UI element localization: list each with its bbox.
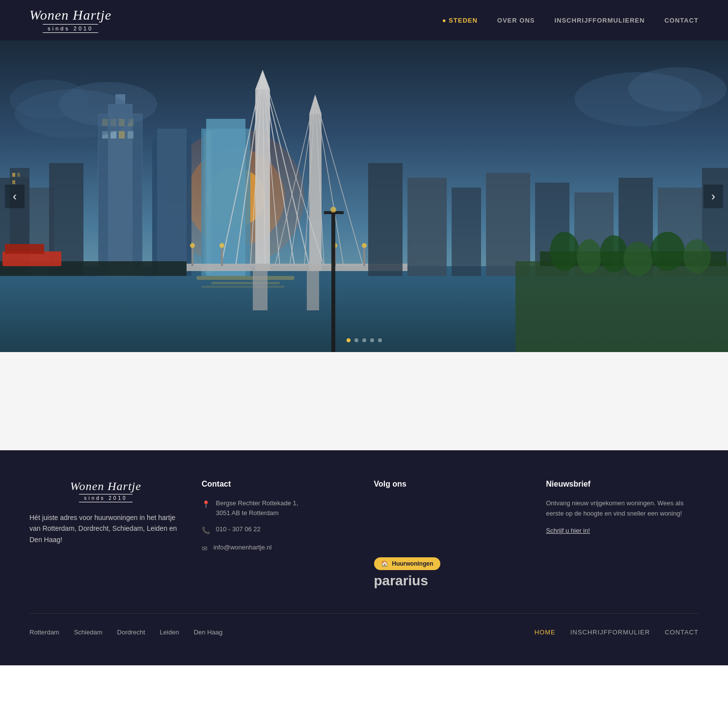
cityscape-svg [0, 40, 728, 352]
hero-dots [347, 338, 382, 342]
svg-point-88 [628, 67, 727, 111]
footer-bottom-nav: HOME INSCHRIJFFORMULIER CONTACT [535, 629, 699, 636]
footer-contact-title: Contact [202, 480, 354, 489]
nav-over-ons[interactable]: OVER ONS [497, 17, 535, 24]
svg-point-80 [683, 239, 711, 273]
footer-email-address: info@wonenhartje.nl [214, 543, 272, 552]
footer: Wonen Hartje sinds 2010 Hét juiste adres… [0, 450, 728, 665]
footer-col-newsletter: Nieuwsbrief Ontvang nieuw vrijgekomen wo… [546, 480, 699, 589]
nav-contact[interactable]: CONTACT [664, 17, 699, 24]
svg-rect-56 [486, 173, 530, 276]
footer-address: 📍 Bergse Rechter Rottekade 1, 3051 AB te… [202, 498, 354, 518]
footer-col-social: Volg ons 🏠 Huurwoningen pararius [374, 480, 527, 589]
pararius-badge-icon: 🏠 [381, 560, 388, 567]
svg-rect-32 [255, 89, 270, 271]
svg-rect-34 [309, 114, 322, 271]
footer-nav-inschrijfformulier[interactable]: INSCHRIJFFORMULIER [570, 629, 650, 636]
footer-phone: 📞 010 - 307 06 22 [202, 524, 354, 536]
svg-rect-31 [204, 131, 211, 273]
svg-rect-30 [206, 119, 245, 276]
svg-rect-26 [128, 131, 134, 138]
svg-rect-53 [368, 163, 403, 276]
footer-city-den-haag[interactable]: Den Haag [194, 629, 223, 636]
hero-dot-4[interactable] [370, 338, 374, 342]
footer-cities: Rotterdam Schiedam Dordrecht Leiden Den … [29, 629, 222, 636]
svg-rect-81 [331, 212, 335, 352]
svg-rect-67 [221, 246, 223, 266]
location-icon: 📍 [202, 499, 210, 510]
svg-rect-25 [119, 131, 125, 138]
footer-logo-since: sinds 2010 [79, 494, 132, 502]
svg-rect-55 [452, 188, 481, 276]
svg-rect-12 [12, 173, 15, 177]
svg-rect-6 [211, 282, 280, 284]
svg-rect-28 [157, 129, 187, 276]
hero-dot-2[interactable] [354, 338, 358, 342]
svg-point-83 [330, 207, 336, 213]
footer-city-rotterdam[interactable]: Rotterdam [29, 629, 59, 636]
logo-since: sinds 2010 [43, 24, 98, 33]
footer-nav-contact[interactable]: CONTACT [665, 629, 699, 636]
pararius-logo: pararius [374, 573, 527, 589]
hero-dot-1[interactable] [347, 338, 351, 342]
svg-rect-54 [407, 178, 447, 276]
svg-point-77 [600, 235, 627, 273]
svg-rect-51 [253, 271, 268, 310]
footer-phone-number: 010 - 307 06 22 [216, 524, 261, 534]
hero-prev-button[interactable]: ‹ [5, 185, 25, 208]
main-nav: STEDEN OVER ONS INSCHRIJFFORMULIEREN CON… [442, 17, 699, 24]
footer-newsletter-title: Nieuwsbrief [546, 480, 699, 489]
footer-logo: Wonen Hartje sinds 2010 [29, 480, 182, 502]
svg-point-75 [550, 232, 579, 271]
footer-bottom: Rotterdam Schiedam Dordrecht Leiden Den … [29, 613, 699, 636]
phone-icon: 📞 [202, 525, 210, 536]
svg-rect-73 [515, 261, 728, 352]
footer-city-schiedam[interactable]: Schiedam [74, 629, 103, 636]
footer-logo-name: Wonen Hartje [70, 480, 141, 493]
email-icon: ✉ [202, 544, 208, 554]
nav-inschrijfformulieren[interactable]: INSCHRIJFFORMULIEREN [554, 17, 645, 24]
hero-slider: ‹ › [0, 40, 728, 352]
svg-rect-13 [17, 173, 20, 177]
pararius-badge: 🏠 Huurwoningen [374, 557, 440, 570]
pararius-area: 🏠 Huurwoningen pararius [374, 498, 527, 589]
svg-rect-65 [191, 246, 193, 266]
footer-social-title: Volg ons [374, 480, 527, 489]
svg-point-78 [623, 242, 653, 276]
hero-image [0, 40, 728, 352]
footer-col-contact: Contact 📍 Bergse Rechter Rottekade 1, 30… [202, 480, 354, 589]
nav-steden[interactable]: STEDEN [442, 17, 478, 24]
header: Wonen Hartje sinds 2010 STEDEN OVER ONS … [0, 0, 728, 40]
footer-newsletter-link[interactable]: Schrijf u hier in! [546, 527, 590, 534]
hero-dot-5[interactable] [378, 338, 382, 342]
svg-point-86 [10, 80, 88, 119]
hero-dot-3[interactable] [362, 338, 366, 342]
svg-rect-5 [196, 276, 295, 280]
pararius-badge-label: Huurwoningen [392, 560, 433, 567]
svg-point-79 [650, 232, 685, 271]
svg-point-68 [219, 243, 224, 248]
footer-nav-home[interactable]: HOME [535, 629, 556, 636]
footer-tagline: Hét juiste adres voor huurwoningen in he… [29, 512, 182, 545]
footer-address-text: Bergse Rechter Rottekade 1, 3051 AB te R… [216, 498, 298, 518]
footer-email: ✉ info@wonenhartje.nl [202, 543, 354, 554]
footer-city-leiden[interactable]: Leiden [160, 629, 179, 636]
svg-rect-7 [201, 286, 285, 288]
svg-rect-14 [12, 180, 15, 184]
footer-col-brand: Wonen Hartje sinds 2010 Hét juiste adres… [29, 480, 182, 589]
svg-rect-64 [5, 244, 44, 254]
content-area [0, 352, 728, 450]
svg-rect-52 [307, 271, 319, 310]
logo-name: Wonen Hartje [29, 7, 111, 23]
svg-point-72 [362, 243, 367, 248]
logo: Wonen Hartje sinds 2010 [29, 7, 111, 33]
hero-next-button[interactable]: › [703, 185, 723, 208]
footer-newsletter-text: Ontvang nieuw vrijgekomen woningen. Wees… [546, 498, 699, 519]
footer-grid: Wonen Hartje sinds 2010 Hét juiste adres… [29, 480, 699, 589]
footer-city-dordrecht[interactable]: Dordrecht [117, 629, 145, 636]
svg-rect-71 [363, 246, 365, 266]
svg-point-66 [190, 243, 195, 248]
svg-point-76 [577, 239, 601, 273]
